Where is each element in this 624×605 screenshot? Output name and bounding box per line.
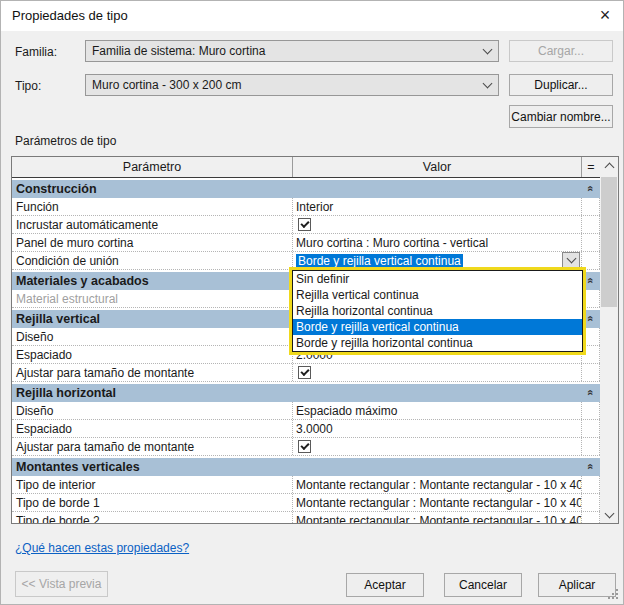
cargar-button: Cargar... <box>509 40 613 62</box>
section-header-montantes-verticales[interactable]: Montantes verticales« <box>12 458 600 476</box>
param-name: Material estructural <box>12 290 293 307</box>
param-name: Espaciado <box>12 420 293 437</box>
param-name: Espaciado <box>12 346 293 363</box>
header-valor[interactable]: Valor <box>293 157 582 177</box>
aceptar-button[interactable]: Aceptar <box>346 573 424 597</box>
param-value[interactable]: Interior <box>293 198 582 215</box>
dialog-title: Propiedades de tipo <box>12 8 128 23</box>
equals-cell <box>582 198 600 215</box>
value-text: Muro cortina : Muro cortina - vertical <box>296 236 488 250</box>
equals-cell <box>582 420 600 437</box>
chevron-down-icon <box>483 79 493 89</box>
scroll-down-icon[interactable] <box>600 506 618 523</box>
equals-cell <box>582 216 600 233</box>
help-link[interactable]: ¿Qué hacen estas propiedades? <box>15 541 189 555</box>
section-header-rejilla-horizontal[interactable]: Rejilla horizontal« <box>12 384 600 402</box>
section-label: Materiales y acabados <box>12 274 149 288</box>
param-name: Panel de muro cortina <box>12 234 293 251</box>
collapse-chevron-icon[interactable]: « <box>584 277 595 283</box>
param-row-funcion: FunciónInterior <box>12 198 600 216</box>
param-row-espaciado: Espaciado3.0000 <box>12 420 600 438</box>
cambiar-nombre-button[interactable]: Cambiar nombre... <box>509 105 613 128</box>
value-text: 3.0000 <box>296 422 333 436</box>
param-row-tipo-de-borde-2: Tipo de borde 2Montante rectangular : Mo… <box>12 512 600 523</box>
checkbox[interactable] <box>298 366 311 379</box>
param-name: Función <box>12 198 293 215</box>
vertical-scrollbar[interactable] <box>600 157 618 523</box>
equals-cell <box>582 494 600 511</box>
equals-cell <box>582 234 600 251</box>
param-row-diseno: DiseñoEspaciado máximo <box>12 402 600 420</box>
section-label: Construcción <box>12 182 97 196</box>
param-value[interactable] <box>293 438 582 455</box>
chevron-down-icon <box>483 45 493 55</box>
section-label: Montantes verticales <box>12 460 140 474</box>
header-parametro[interactable]: Parámetro <box>12 157 293 177</box>
dropdown-highlight-annotation: Sin definirRejilla vertical continuaReji… <box>289 267 586 355</box>
combobox-arrow-button[interactable] <box>562 252 580 268</box>
param-value[interactable]: Montante rectangular : Montante rectangu… <box>293 476 582 493</box>
tipo-combobox[interactable]: Muro cortina - 300 x 200 cm <box>85 74 499 96</box>
collapse-chevron-icon[interactable]: « <box>584 315 595 321</box>
table-header-row: Parámetro Valor = <box>12 157 600 178</box>
checkbox[interactable] <box>298 218 311 231</box>
param-value[interactable]: Montante rectangular : Montante rectangu… <box>293 494 582 511</box>
close-icon[interactable]: × <box>591 2 619 28</box>
value-text: Espaciado máximo <box>296 404 397 418</box>
resize-grip[interactable] <box>608 589 620 601</box>
param-row-ajustar-para-tamano-de-montante: Ajustar para tamaño de montante <box>12 438 600 456</box>
familia-label: Familia: <box>15 45 57 59</box>
param-value[interactable] <box>293 364 582 381</box>
param-value[interactable]: 3.0000 <box>293 420 582 437</box>
cancelar-button[interactable]: Cancelar <box>444 573 522 597</box>
param-name: Tipo de interior <box>12 476 293 493</box>
scrollbar-thumb[interactable] <box>601 177 617 307</box>
dropdown-option-sin-definir[interactable]: Sin definir <box>293 271 582 287</box>
familia-value: Familia de sistema: Muro cortina <box>92 44 265 58</box>
param-row-tipo-de-borde-1: Tipo de borde 1Montante rectangular : Mo… <box>12 494 600 512</box>
collapse-chevron-icon[interactable]: « <box>584 185 595 191</box>
dropdown-option-rejilla-horizontal-continua[interactable]: Rejilla horizontal continua <box>293 303 582 319</box>
familia-combobox[interactable]: Familia de sistema: Muro cortina <box>85 40 499 62</box>
param-value[interactable]: Montante rectangular : Montante rectangu… <box>293 512 582 523</box>
section-header-construccion[interactable]: Construcción« <box>12 180 600 198</box>
tipo-label: Tipo: <box>15 79 41 93</box>
param-row-tipo-de-interior: Tipo de interiorMontante rectangular : M… <box>12 476 600 494</box>
param-value[interactable]: Muro cortina : Muro cortina - vertical <box>293 234 582 251</box>
value-text: Montante rectangular : Montante rectangu… <box>296 478 582 492</box>
equals-cell <box>582 402 600 419</box>
equals-cell <box>582 364 600 381</box>
value-text: Montante rectangular : Montante rectangu… <box>296 514 582 524</box>
duplicar-button[interactable]: Duplicar... <box>509 74 613 96</box>
param-value[interactable]: Espaciado máximo <box>293 402 582 419</box>
collapse-chevron-icon[interactable]: « <box>584 463 595 469</box>
param-name: Diseño <box>12 402 293 419</box>
aplicar-button[interactable]: Aplicar <box>538 573 616 597</box>
equals-cell <box>582 438 600 455</box>
param-name: Ajustar para tamaño de montante <box>12 438 293 455</box>
param-name: Diseño <box>12 328 293 345</box>
param-name: Incrustar automáticamente <box>12 216 293 233</box>
param-row-panel-de-muro-cortina: Panel de muro cortinaMuro cortina : Muro… <box>12 234 600 252</box>
dropdown-option-borde-y-rejilla-horizontal-continua[interactable]: Borde y rejilla horizontal continua <box>293 335 582 351</box>
section-label: Rejilla horizontal <box>12 386 116 400</box>
chevron-down-icon <box>566 254 576 264</box>
header-equals[interactable]: = <box>582 157 600 177</box>
section-label: Rejilla vertical <box>12 312 100 326</box>
param-row-incrustar-automaticamente: Incrustar automáticamente <box>12 216 600 234</box>
collapse-chevron-icon[interactable]: « <box>584 389 595 395</box>
equals-cell <box>582 512 600 523</box>
param-name: Tipo de borde 2 <box>12 512 293 523</box>
param-name: Condición de unión <box>12 252 293 269</box>
param-name: Tipo de borde 1 <box>12 494 293 511</box>
equals-cell <box>582 476 600 493</box>
param-value[interactable] <box>293 216 582 233</box>
dropdown-option-rejilla-vertical-continua[interactable]: Rejilla vertical continua <box>293 287 582 303</box>
scroll-up-icon[interactable] <box>600 157 618 174</box>
titlebar: Propiedades de tipo × <box>1 1 623 31</box>
parametros-de-tipo-label: Parámetros de tipo <box>15 134 116 148</box>
param-name: Ajustar para tamaño de montante <box>12 364 293 381</box>
dropdown-option-borde-y-rejilla-vertical-continua[interactable]: Borde y rejilla vertical continua <box>293 319 582 335</box>
value-text: Montante rectangular : Montante rectangu… <box>296 496 582 510</box>
checkbox[interactable] <box>298 440 311 453</box>
